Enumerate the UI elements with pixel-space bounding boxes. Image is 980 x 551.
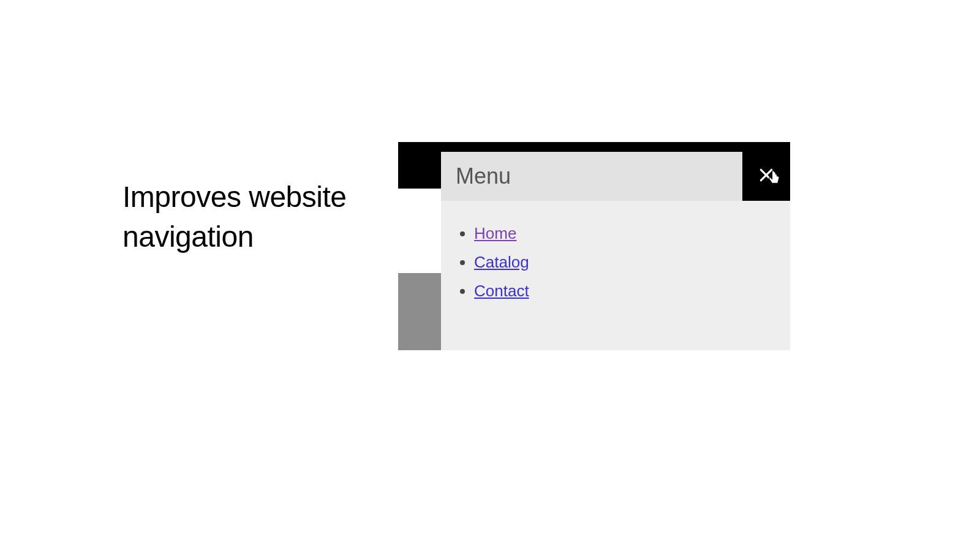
menu-link-contact[interactable]: Contact: [474, 282, 529, 300]
menu-link-home[interactable]: Home: [474, 224, 516, 242]
menu-list: Home Catalog Contact: [441, 201, 790, 305]
left-strip-gray: [398, 273, 441, 350]
menu-item-contact: Contact: [474, 277, 790, 305]
slide-heading: Improves websitenavigation: [123, 178, 346, 257]
menu-panel: Menu Home Catalog Contact: [441, 152, 790, 350]
menu-item-catalog: Catalog: [474, 248, 790, 277]
close-icon: [758, 167, 774, 186]
menu-screenshot: Menu Home Catalog Contact: [398, 142, 790, 350]
left-strip-white: [398, 189, 441, 273]
close-button[interactable]: [742, 152, 790, 201]
menu-item-home: Home: [474, 219, 790, 248]
menu-link-catalog[interactable]: Catalog: [474, 253, 529, 271]
menu-title: Menu: [441, 152, 790, 201]
